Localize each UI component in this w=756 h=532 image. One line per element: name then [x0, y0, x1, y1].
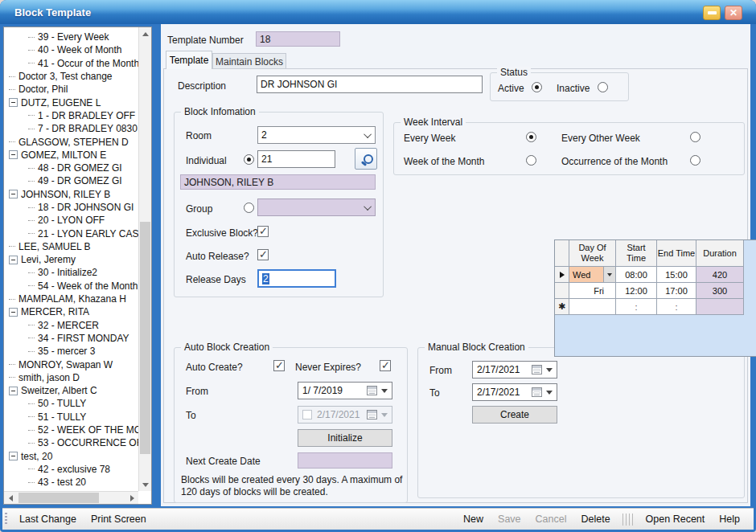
titlebar[interactable]: Block Template ✕: [0, 0, 756, 24]
grid-row-selector[interactable]: ✱: [555, 299, 569, 314]
statusbar-button-last-change[interactable]: Last Change: [12, 514, 84, 525]
horizontal-scroll-thumb[interactable]: [18, 493, 99, 503]
minimize-button[interactable]: [703, 6, 721, 20]
description-input[interactable]: DR JOHNSON GI: [257, 76, 483, 93]
tree-item[interactable]: 40 - Week of Month: [4, 43, 138, 56]
tree-item[interactable]: 48 - DR GOMEZ GI: [4, 162, 138, 174]
tree-item[interactable]: 30 - Initialize2: [4, 266, 138, 279]
tree-item[interactable]: 41 - Occur of the Month: [4, 57, 138, 70]
every-week-radio[interactable]: [526, 132, 536, 142]
close-button[interactable]: ✕: [725, 6, 742, 20]
tree-item[interactable]: 32 - MERCER: [4, 319, 138, 332]
grid-column-header[interactable]: Duration: [696, 240, 743, 266]
collapse-icon[interactable]: [9, 387, 18, 395]
tree-item[interactable]: 21 - LYON EARLY CASE: [4, 227, 138, 239]
individual-radio[interactable]: [244, 154, 254, 165]
individual-input[interactable]: 21: [257, 150, 335, 168]
individual-search-button[interactable]: [355, 148, 377, 170]
auto-create-checkbox[interactable]: [273, 360, 285, 371]
tree-item[interactable]: 43 - test 20: [4, 476, 138, 489]
tree-item[interactable]: GLASGOW, STEPHEN D: [4, 135, 138, 148]
tree-item[interactable]: 50 - TULLY: [4, 397, 138, 410]
tree-item[interactable]: JOHNSON, RILEY B: [4, 188, 138, 201]
grid-day-cell[interactable]: Fri: [569, 283, 615, 298]
auto-release-checkbox[interactable]: [257, 249, 269, 260]
initialize-button[interactable]: Initialize: [298, 429, 392, 447]
group-combobox[interactable]: [257, 198, 376, 216]
grid-start-time-cell[interactable]: 08:00: [616, 267, 656, 282]
grid-row-selector[interactable]: [555, 267, 569, 282]
never-expires-checkbox[interactable]: [380, 360, 391, 371]
inactive-radio[interactable]: [598, 82, 608, 92]
grid-end-time-cell[interactable]: :: [657, 299, 696, 314]
grid-column-header[interactable]: End Time: [657, 240, 696, 266]
tree-horizontal-scrollbar[interactable]: [4, 491, 138, 504]
week-of-month-radio[interactable]: [526, 155, 536, 166]
create-button[interactable]: Create: [472, 406, 557, 424]
tree-item[interactable]: 49 - DR GOMEZ GI: [4, 174, 138, 187]
tree-item[interactable]: 7 - DR BRADLEY 0830 S: [4, 122, 138, 135]
tree-vertical-scrollbar[interactable]: [138, 27, 151, 491]
occurrence-of-month-radio[interactable]: [690, 155, 701, 166]
collapse-icon[interactable]: [9, 308, 18, 317]
statusbar-button-delete[interactable]: Delete: [573, 514, 617, 525]
tree-item[interactable]: MAMPALAM, Khazana H: [4, 293, 138, 305]
auto-from-datepicker[interactable]: 1/ 7/2019: [298, 382, 392, 399]
every-other-week-radio[interactable]: [690, 132, 701, 142]
group-radio[interactable]: [244, 203, 254, 213]
tree-item[interactable]: 52 - WEEK OF THE MON: [4, 424, 138, 436]
release-days-input[interactable]: 2: [257, 269, 336, 288]
scroll-left-icon[interactable]: [4, 492, 17, 505]
tree-item[interactable]: LEE, SAMUEL B: [4, 240, 138, 253]
tree-item[interactable]: 54 - Week of the Month: [4, 280, 138, 293]
cell-dropdown-button[interactable]: [603, 267, 615, 282]
tree-item[interactable]: Doctor 3, Test change: [4, 70, 138, 83]
collapse-icon[interactable]: [9, 256, 18, 264]
grid-end-time-cell[interactable]: 17:00: [657, 283, 696, 298]
grid-column-header[interactable]: Day Of Week: [569, 240, 615, 266]
tree-item[interactable]: Doctor, Phil: [4, 83, 138, 96]
tree-item[interactable]: smith, jason D: [4, 371, 138, 384]
tree-item[interactable]: 53 - OCCURRENCE OF T: [4, 436, 138, 449]
tree-item[interactable]: 20 - LYON OFF: [4, 214, 138, 227]
tab-maintain-blocks[interactable]: Maintain Blocks: [212, 53, 286, 69]
statusbar-button-new[interactable]: New: [456, 514, 491, 525]
tree-item[interactable]: DUTZ, EUGENE L: [4, 96, 138, 108]
scroll-up-icon[interactable]: [139, 27, 152, 40]
grid-row-selector[interactable]: [555, 283, 569, 298]
grid-day-cell[interactable]: [569, 299, 615, 314]
tree-item[interactable]: MONROY, Swapan W: [4, 358, 138, 370]
room-combobox[interactable]: 2: [257, 126, 376, 144]
tree-item[interactable]: 34 - FIRST MONDAY: [4, 332, 138, 345]
scroll-down-icon[interactable]: [139, 478, 152, 491]
collapse-icon[interactable]: [9, 150, 18, 159]
grid-column-header[interactable]: Start Time: [616, 240, 656, 266]
tree-item[interactable]: 42 - exclusive 78: [4, 463, 138, 476]
grid-end-time-cell[interactable]: 15:00: [657, 267, 696, 282]
grid-day-cell[interactable]: Wed: [569, 267, 615, 282]
manual-to-datepicker[interactable]: 2/17/2021: [472, 383, 557, 401]
vertical-scroll-thumb[interactable]: [140, 222, 150, 454]
exclusive-block-checkbox[interactable]: [257, 226, 269, 237]
tree-item[interactable]: Sweitzer, Albert C: [4, 384, 138, 397]
collapse-icon[interactable]: [9, 452, 18, 460]
tree-item[interactable]: Levi, Jeremy: [4, 253, 138, 266]
tree-item[interactable]: 39 - Every Week: [4, 31, 138, 43]
tree-item[interactable]: 18 - DR JOHNSON GI: [4, 201, 138, 214]
collapse-icon[interactable]: [9, 190, 18, 198]
active-radio[interactable]: [532, 82, 542, 92]
tree-item[interactable]: 1 - DR BRADLEY OFF: [4, 109, 138, 122]
manual-from-datepicker[interactable]: 2/17/2021: [472, 361, 557, 379]
tree-item[interactable]: MERCER, RITA: [4, 305, 138, 318]
statusbar-button-open-recent[interactable]: Open Recent: [639, 514, 713, 525]
tree-item[interactable]: GOMEZ, MILTON E: [4, 149, 138, 162]
grid-start-time-cell[interactable]: 12:00: [616, 283, 656, 298]
statusbar-button-help[interactable]: Help: [712, 514, 747, 525]
tab-template[interactable]: Template: [166, 51, 212, 69]
grid-start-time-cell[interactable]: :: [616, 299, 656, 314]
collapse-icon[interactable]: [9, 98, 18, 107]
tree-item[interactable]: 35 - mercer 3: [4, 345, 138, 358]
scroll-right-icon[interactable]: [125, 492, 138, 505]
statusbar-button-print-screen[interactable]: Print Screen: [84, 514, 154, 525]
tree-item[interactable]: test, 20: [4, 450, 138, 463]
